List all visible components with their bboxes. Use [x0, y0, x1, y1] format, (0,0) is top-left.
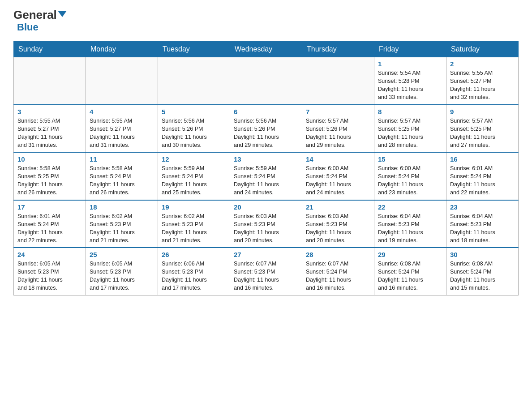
calendar-cell: 8Sunrise: 5:57 AM Sunset: 5:25 PM Daylig… [374, 105, 446, 153]
day-info: Sunrise: 5:55 AM Sunset: 5:27 PM Dayligh… [90, 117, 154, 150]
calendar-cell: 18Sunrise: 6:02 AM Sunset: 5:23 PM Dayli… [86, 200, 158, 248]
day-number: 21 [306, 203, 370, 211]
calendar-week-row: 1Sunrise: 5:54 AM Sunset: 5:28 PM Daylig… [14, 57, 519, 105]
calendar-cell: 7Sunrise: 5:57 AM Sunset: 5:26 PM Daylig… [302, 105, 374, 153]
day-number: 1 [378, 60, 442, 68]
column-header-wednesday: Wednesday [230, 42, 302, 57]
day-number: 12 [162, 155, 226, 163]
column-header-friday: Friday [374, 42, 446, 57]
day-number: 14 [306, 155, 370, 163]
logo: General Blue [13, 9, 67, 33]
day-info: Sunrise: 6:07 AM Sunset: 5:24 PM Dayligh… [306, 260, 370, 292]
day-number: 18 [90, 203, 154, 211]
day-info: Sunrise: 6:07 AM Sunset: 5:23 PM Dayligh… [234, 260, 298, 292]
day-number: 15 [378, 155, 442, 163]
day-info: Sunrise: 6:02 AM Sunset: 5:23 PM Dayligh… [90, 212, 154, 245]
calendar-cell: 19Sunrise: 6:02 AM Sunset: 5:23 PM Dayli… [158, 200, 230, 248]
day-number: 2 [450, 60, 515, 68]
day-number: 5 [162, 108, 226, 116]
day-info: Sunrise: 5:57 AM Sunset: 5:25 PM Dayligh… [450, 117, 515, 150]
calendar-week-row: 3Sunrise: 5:55 AM Sunset: 5:27 PM Daylig… [14, 105, 519, 153]
calendar-cell: 23Sunrise: 6:04 AM Sunset: 5:23 PM Dayli… [446, 200, 519, 248]
calendar-cell: 15Sunrise: 6:00 AM Sunset: 5:24 PM Dayli… [374, 152, 446, 200]
calendar-cell [14, 57, 86, 105]
day-info: Sunrise: 6:03 AM Sunset: 5:23 PM Dayligh… [234, 212, 298, 245]
day-number: 28 [306, 251, 370, 258]
column-header-sunday: Sunday [14, 42, 86, 57]
day-number: 29 [378, 251, 442, 258]
day-info: Sunrise: 6:05 AM Sunset: 5:23 PM Dayligh… [90, 260, 154, 292]
day-info: Sunrise: 5:58 AM Sunset: 5:25 PM Dayligh… [17, 164, 82, 197]
day-info: Sunrise: 5:57 AM Sunset: 5:26 PM Dayligh… [306, 117, 370, 150]
day-number: 23 [450, 203, 515, 211]
day-info: Sunrise: 6:05 AM Sunset: 5:23 PM Dayligh… [17, 260, 82, 292]
day-info: Sunrise: 6:00 AM Sunset: 5:24 PM Dayligh… [378, 164, 442, 197]
calendar-cell: 13Sunrise: 5:59 AM Sunset: 5:24 PM Dayli… [230, 152, 302, 200]
calendar-cell: 11Sunrise: 5:58 AM Sunset: 5:24 PM Dayli… [86, 152, 158, 200]
day-info: Sunrise: 6:04 AM Sunset: 5:23 PM Dayligh… [378, 212, 442, 245]
day-info: Sunrise: 6:01 AM Sunset: 5:24 PM Dayligh… [450, 164, 515, 197]
day-info: Sunrise: 5:57 AM Sunset: 5:25 PM Dayligh… [378, 117, 442, 150]
day-number: 9 [450, 108, 515, 116]
calendar-cell: 2Sunrise: 5:55 AM Sunset: 5:27 PM Daylig… [446, 57, 519, 105]
day-info: Sunrise: 5:55 AM Sunset: 5:27 PM Dayligh… [450, 69, 515, 102]
day-info: Sunrise: 5:59 AM Sunset: 5:24 PM Dayligh… [234, 164, 298, 197]
column-header-saturday: Saturday [446, 42, 519, 57]
day-number: 8 [378, 108, 442, 116]
calendar-cell: 17Sunrise: 6:01 AM Sunset: 5:24 PM Dayli… [14, 200, 86, 248]
column-header-thursday: Thursday [302, 42, 374, 57]
day-number: 16 [450, 155, 515, 163]
day-info: Sunrise: 5:55 AM Sunset: 5:27 PM Dayligh… [17, 117, 82, 150]
day-number: 27 [234, 251, 298, 258]
day-number: 22 [378, 203, 442, 211]
calendar-cell: 5Sunrise: 5:56 AM Sunset: 5:26 PM Daylig… [158, 105, 230, 153]
day-info: Sunrise: 6:08 AM Sunset: 5:24 PM Dayligh… [450, 260, 515, 292]
calendar-week-row: 24Sunrise: 6:05 AM Sunset: 5:23 PM Dayli… [14, 248, 519, 295]
page-header: General Blue [13, 9, 519, 33]
day-number: 6 [234, 108, 298, 116]
calendar-cell: 28Sunrise: 6:07 AM Sunset: 5:24 PM Dayli… [302, 248, 374, 295]
calendar-cell: 6Sunrise: 5:56 AM Sunset: 5:26 PM Daylig… [230, 105, 302, 153]
calendar-cell: 29Sunrise: 6:08 AM Sunset: 5:24 PM Dayli… [374, 248, 446, 295]
day-number: 13 [234, 155, 298, 163]
calendar-cell: 22Sunrise: 6:04 AM Sunset: 5:23 PM Dayli… [374, 200, 446, 248]
day-number: 4 [90, 108, 154, 116]
day-info: Sunrise: 5:56 AM Sunset: 5:26 PM Dayligh… [234, 117, 298, 150]
day-info: Sunrise: 6:04 AM Sunset: 5:23 PM Dayligh… [450, 212, 515, 245]
calendar-cell: 3Sunrise: 5:55 AM Sunset: 5:27 PM Daylig… [14, 105, 86, 153]
day-number: 7 [306, 108, 370, 116]
day-info: Sunrise: 5:54 AM Sunset: 5:28 PM Dayligh… [378, 69, 442, 102]
calendar-cell: 27Sunrise: 6:07 AM Sunset: 5:23 PM Dayli… [230, 248, 302, 295]
day-info: Sunrise: 6:03 AM Sunset: 5:23 PM Dayligh… [306, 212, 370, 245]
calendar-cell: 20Sunrise: 6:03 AM Sunset: 5:23 PM Dayli… [230, 200, 302, 248]
day-info: Sunrise: 6:08 AM Sunset: 5:24 PM Dayligh… [378, 260, 442, 292]
day-info: Sunrise: 6:01 AM Sunset: 5:24 PM Dayligh… [17, 212, 82, 245]
calendar-week-row: 17Sunrise: 6:01 AM Sunset: 5:24 PM Dayli… [14, 200, 519, 248]
calendar-cell: 14Sunrise: 6:00 AM Sunset: 5:24 PM Dayli… [302, 152, 374, 200]
logo-triangle-icon [58, 11, 67, 17]
day-info: Sunrise: 6:00 AM Sunset: 5:24 PM Dayligh… [306, 164, 370, 197]
day-number: 26 [162, 251, 226, 258]
day-number: 30 [450, 251, 515, 258]
calendar-cell: 10Sunrise: 5:58 AM Sunset: 5:25 PM Dayli… [14, 152, 86, 200]
calendar-cell [158, 57, 230, 105]
day-info: Sunrise: 5:56 AM Sunset: 5:26 PM Dayligh… [162, 117, 226, 150]
logo-general-text: General [13, 9, 57, 21]
day-info: Sunrise: 6:06 AM Sunset: 5:23 PM Dayligh… [162, 260, 226, 292]
calendar-cell: 24Sunrise: 6:05 AM Sunset: 5:23 PM Dayli… [14, 248, 86, 295]
day-info: Sunrise: 5:58 AM Sunset: 5:24 PM Dayligh… [90, 164, 154, 197]
day-info: Sunrise: 6:02 AM Sunset: 5:23 PM Dayligh… [162, 212, 226, 245]
calendar-cell: 4Sunrise: 5:55 AM Sunset: 5:27 PM Daylig… [86, 105, 158, 153]
calendar-cell: 21Sunrise: 6:03 AM Sunset: 5:23 PM Dayli… [302, 200, 374, 248]
calendar-cell: 1Sunrise: 5:54 AM Sunset: 5:28 PM Daylig… [374, 57, 446, 105]
calendar-cell [86, 57, 158, 105]
calendar-week-row: 10Sunrise: 5:58 AM Sunset: 5:25 PM Dayli… [14, 152, 519, 200]
day-number: 11 [90, 155, 154, 163]
day-number: 20 [234, 203, 298, 211]
calendar-cell: 9Sunrise: 5:57 AM Sunset: 5:25 PM Daylig… [446, 105, 519, 153]
calendar-cell: 16Sunrise: 6:01 AM Sunset: 5:24 PM Dayli… [446, 152, 519, 200]
calendar-cell: 25Sunrise: 6:05 AM Sunset: 5:23 PM Dayli… [86, 248, 158, 295]
day-number: 25 [90, 251, 154, 258]
day-number: 19 [162, 203, 226, 211]
calendar-cell [302, 57, 374, 105]
